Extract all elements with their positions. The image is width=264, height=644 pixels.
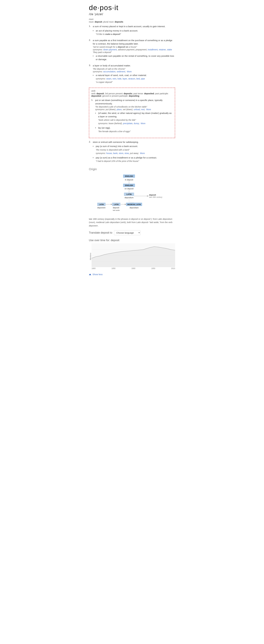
sub-def-1-1: • an act of placing money in a bank acco… — [93, 29, 175, 36]
syn-precipitate[interactable]: precipitate — [123, 122, 133, 124]
noun-pos-italic: noun — [89, 18, 175, 20]
syn-bank[interactable]: bank — [113, 152, 118, 154]
verb-sub-2-1-content: pay (a sum of money) into a bank account… — [96, 145, 145, 155]
syn-dump[interactable]: dump — [134, 122, 139, 124]
verb-sub-2-1: • pay (a sum of money) into a bank accou… — [93, 145, 175, 155]
verb-def-2: 2. store or entrust with someone for saf… — [89, 140, 175, 164]
syn-vein[interactable]: vein — [113, 78, 116, 80]
verb-def-num-1: 1. — [91, 98, 94, 134]
verb-1-text: put or set down (something or someone) i… — [95, 98, 173, 105]
syn-stow[interactable]: stow — [125, 152, 129, 154]
verb-sub-2-2-text: pay (a sum) as a first installment or as… — [96, 156, 157, 160]
more-link-3[interactable]: More — [127, 70, 132, 73]
etymology-svg: ENGLISH in deposit ENGLISH on deposit LA… — [89, 173, 175, 214]
noun-pos-full: noun: deposit; plural noun: deposits — [89, 21, 175, 23]
def-content-2: a sum payable as a first installment on … — [93, 39, 175, 62]
bullet-icon: • — [93, 156, 95, 163]
noun-def-1: 1. a sum of money placed or kept in a ba… — [89, 25, 175, 37]
show-less-button[interactable]: Show less — [89, 273, 175, 276]
noun-def-list: 1. a sum of money placed or kept in a ba… — [89, 25, 175, 85]
chart-y-label: Mentions — [89, 243, 92, 270]
more-link-verb2sub1[interactable]: More — [140, 152, 145, 154]
verb-sub-1-2-text: lay (an egg). — [98, 126, 131, 130]
syn-retainer[interactable]: retainer — [159, 48, 166, 51]
noun-definitions: 1. a sum of money placed or kept in a ba… — [89, 25, 175, 85]
bullet-icon: • — [93, 29, 95, 36]
bullet-icon: • — [93, 74, 95, 84]
verb-sub-1-2-content: lay (an egg). "the female deposits a lin… — [98, 126, 131, 133]
syn-down-payment[interactable]: down payment — [103, 48, 117, 51]
sub-1-1-text: an act of placing money in a bank accoun… — [96, 29, 138, 32]
more-link-verb1sub1[interactable]: More — [141, 122, 145, 124]
def-2-text: a sum payable as a first installment on … — [93, 39, 175, 46]
verb-pos-full: verb: deposit; 3rd person present: depos… — [91, 92, 173, 97]
svg-text:LATIN: LATIN — [127, 193, 132, 196]
svg-text:late 16th century: late 16th century — [149, 196, 162, 198]
syn-lode[interactable]: lode — [117, 78, 121, 80]
def-content-3: a layer or body of accumulated matter. "… — [93, 64, 175, 85]
syn-pipe[interactable]: pipe — [141, 78, 145, 80]
verb-1-example: "he deposited a pile of schoolbooks on t… — [95, 106, 173, 108]
syn-accumulation[interactable]: accumulation — [103, 70, 116, 73]
verb-pos-italic: verb — [91, 90, 173, 92]
svg-text:ENGLISH: ENGLISH — [125, 184, 133, 186]
def-1-sub: • an act of placing money in a bank acco… — [93, 29, 175, 36]
verb-2-text: store or entrust with someone for safeke… — [93, 140, 175, 144]
x-label-1850: 1850 — [112, 268, 116, 270]
verb-sub-1-1: • (of water, the wind, or other natural … — [95, 112, 173, 125]
svg-text:depositare: depositare — [130, 206, 139, 209]
svg-text:laid aside: laid aside — [113, 209, 120, 211]
def-2-example2: "they paid a deposit" — [93, 51, 175, 54]
bullet-icon: • — [93, 54, 95, 61]
sub-2-1-text: a returnable sum payable on the rental o… — [96, 54, 175, 61]
use-over-time-section: Use over time for: deposit Mentions 1800… — [89, 239, 175, 270]
verb-1-synonyms: synonyms: put (down), place, set (down),… — [95, 108, 173, 110]
syn-layer[interactable]: layer — [123, 78, 127, 80]
translate-label: Translate deposit to — [89, 231, 112, 234]
syn-seam[interactable]: seam — [106, 78, 111, 80]
verb-def-num-2: 2. — [89, 140, 92, 164]
def-content-1: a sum of money placed or kept in a bank … — [93, 25, 175, 37]
def-2-sub: • a returnable sum payable on the rental… — [93, 54, 175, 61]
verb-def-list: 1. put or set down (something or someone… — [91, 98, 173, 134]
syn-installment[interactable]: installment — [148, 48, 158, 51]
syn-sediment[interactable]: sediment — [117, 70, 125, 73]
noun-value: deposit — [95, 21, 102, 23]
sub-3-1-synonyms: synonyms: seam, vein, lode, layer, strat… — [96, 77, 147, 80]
sub-1-1-example: "I'd like to make a deposit" — [96, 33, 138, 36]
noun-def-2: 2. a sum payable as a first installment … — [89, 39, 175, 62]
verb-def-1: 1. put or set down (something or someone… — [91, 98, 173, 134]
chart-x-labels: 1800 1850 1900 1950 2010 — [92, 267, 175, 270]
pronunciation: /də ˈpäzət/ — [89, 12, 175, 16]
more-link-verb1[interactable]: More — [146, 108, 151, 110]
syn-house[interactable]: house — [106, 152, 112, 154]
def-2-synonyms: synonyms: down payment, advance payment,… — [93, 48, 175, 51]
syn-place[interactable]: place — [117, 108, 122, 110]
syn-unload[interactable]: unload — [134, 108, 140, 110]
svg-text:depositum: depositum — [125, 196, 133, 199]
def-3-sub: • a natural layer of sand, rock, coal, o… — [93, 74, 175, 84]
syn-rest[interactable]: rest — [141, 108, 144, 110]
verb-sub-2-2-example: "I had to deposit 10% of the price of th… — [96, 160, 157, 163]
verb-def-list-2: 2. store or entrust with someone for saf… — [89, 140, 175, 164]
sub-def-3-1: • a natural layer of sand, rock, coal, o… — [93, 74, 175, 84]
verb-sub-2-1-example: "the money is deposited with a bank" — [96, 148, 145, 152]
translate-select[interactable]: Choose language Spanish French German It… — [114, 230, 140, 235]
bullet-icon: • — [95, 112, 97, 125]
sub-def-1-1-content: an act of placing money in a bank accoun… — [96, 29, 138, 36]
svg-line-27 — [129, 202, 134, 203]
verb-sub-1-1-content: (of water, the wind, or other natural ag… — [98, 112, 173, 125]
def-2-example: "we've saved enough for a deposit on a h… — [93, 46, 175, 48]
syn-bed[interactable]: bed — [136, 78, 140, 80]
syn-stake[interactable]: stake — [167, 48, 172, 51]
svg-text:LATIN: LATIN — [114, 204, 119, 205]
plural-value: deposits — [115, 21, 123, 23]
etymology-chart: ENGLISH in deposit ENGLISH on deposit LA… — [89, 173, 175, 215]
syn-stratum[interactable]: stratum — [128, 78, 135, 80]
svg-text:in deposit: in deposit — [125, 179, 133, 181]
verb-1-sub: • (of water, the wind, or other natural … — [95, 112, 173, 133]
syn-store[interactable]: store — [119, 152, 123, 154]
def-num-1: 1. — [89, 25, 92, 37]
svg-text:deposit-: deposit- — [113, 206, 120, 209]
def-num-2: 2. — [89, 39, 92, 62]
